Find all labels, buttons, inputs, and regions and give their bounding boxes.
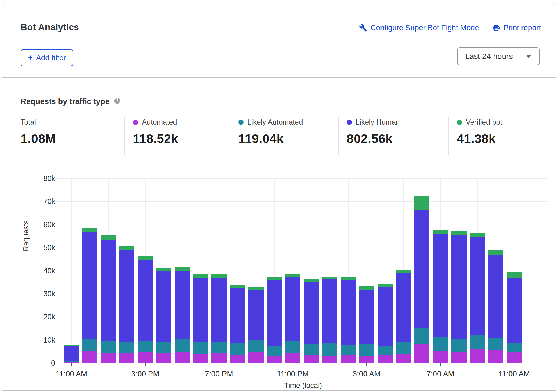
bar-segment-verified-bot [304, 279, 319, 282]
stat-likely-human: Likely Human802.56k [347, 118, 400, 146]
chart-bar-7-00-pm[interactable] [211, 274, 227, 363]
x-tick-mark [366, 363, 367, 366]
bar-segment-automated [82, 351, 97, 363]
legend-dot [133, 120, 138, 125]
chart-bar-11-00-pm[interactable] [285, 274, 300, 363]
bar-segment-verified-bot [359, 286, 374, 290]
bar-segment-verified-bot [230, 285, 245, 288]
print-link-label: Print report [504, 24, 541, 32]
chart-bar-11-00-am[interactable] [64, 345, 79, 363]
add-filter-button[interactable]: + Add filter [21, 49, 73, 66]
stat-value: 1.08M [21, 131, 56, 146]
x-tick-mark [514, 363, 514, 366]
y-tick-label: 10k [23, 336, 55, 344]
bar-segment-automated [433, 351, 448, 363]
print-report-link[interactable]: Print report [492, 24, 541, 32]
chart-bar-2-00-am[interactable] [341, 277, 356, 363]
bar-segment-likely-automated [507, 343, 522, 352]
chart-bar-12-00-am[interactable] [304, 279, 319, 363]
time-range-select[interactable]: Last 24 hours [457, 47, 540, 65]
bar-segment-likely-automated [451, 339, 467, 352]
configure-super-bot-fight-mode-link[interactable]: Configure Super Bot Fight Mode [359, 24, 479, 32]
chart-bar-6-00-am[interactable] [414, 196, 429, 363]
bar-segment-verified-bot [211, 274, 227, 278]
bar-segment-likely-automated [119, 342, 134, 353]
bar-segment-automated [175, 352, 190, 363]
bar-segment-automated [211, 353, 227, 363]
bar-segment-likely-human [138, 260, 153, 341]
bar-segment-verified-bot [507, 272, 522, 278]
gridline-vertical [533, 179, 533, 363]
bar-segment-likely-human [285, 277, 300, 341]
x-tick-label: 7:00 PM [189, 370, 249, 378]
bar-segment-likely-automated [414, 328, 429, 344]
chart-bar-1-00-pm[interactable] [101, 235, 116, 363]
stat-value: 118.52k [133, 131, 178, 146]
chart-bar-8-00-am[interactable] [451, 231, 467, 363]
stat-verified-bot: Verified bot41.38k [457, 118, 502, 146]
stat-likely-automated: Likely Automated119.04k [238, 118, 303, 146]
chart-bar-10-00-pm[interactable] [267, 277, 282, 363]
chart-bar-7-00-am[interactable] [433, 230, 448, 363]
bot-analytics-card: Bot Analytics Configure Super Bot Fight … [2, 2, 556, 392]
bar-segment-automated [248, 352, 264, 363]
bar-segment-likely-human [211, 278, 227, 342]
chart-bar-11-00-am[interactable] [507, 272, 522, 363]
bar-segment-likely-automated [193, 342, 208, 354]
legend-dot [238, 120, 244, 125]
stat-divider [338, 117, 339, 155]
stat-value: 802.56k [347, 131, 400, 146]
y-tick-label: 40k [23, 267, 55, 275]
page-title: Bot Analytics [21, 22, 79, 32]
bar-segment-automated [378, 355, 393, 363]
y-tick-label: 60k [23, 221, 55, 229]
x-tick-label: 7:00 AM [411, 370, 470, 378]
chart-bar-6-00-pm[interactable] [193, 274, 208, 363]
x-tick-mark [145, 363, 146, 366]
chart-bar-5-00-am[interactable] [396, 270, 411, 363]
chart-bar-9-00-am[interactable] [470, 233, 485, 363]
requests-stacked-bar-chart [59, 179, 547, 363]
wrench-icon [359, 24, 367, 32]
bar-segment-verified-bot [267, 277, 282, 280]
chart-bar-9-00-pm[interactable] [248, 287, 264, 363]
chart-bar-3-00-pm[interactable] [138, 256, 153, 363]
bar-segment-verified-bot [488, 250, 503, 255]
bar-segment-likely-human [451, 235, 467, 339]
stat-total: Total1.08M [21, 118, 56, 146]
bar-segment-likely-human [156, 271, 171, 342]
x-tick-mark [440, 363, 441, 366]
bottom-section-divider [2, 390, 556, 391]
bar-segment-verified-bot [285, 274, 300, 277]
chart-bar-12-00-pm[interactable] [82, 228, 97, 363]
bar-segment-likely-automated [322, 343, 337, 356]
chart-bar-4-00-pm[interactable] [156, 268, 171, 363]
chart-bar-3-00-am[interactable] [359, 286, 374, 363]
bar-segment-likely-human [488, 255, 503, 338]
gridline-vertical [71, 179, 72, 363]
bar-segment-automated [341, 355, 356, 363]
bar-segment-likely-human [230, 288, 245, 343]
stat-value: 41.38k [457, 131, 502, 146]
chart-bar-4-00-am[interactable] [378, 284, 393, 363]
chart-bar-2-00-pm[interactable] [119, 246, 134, 363]
x-tick-mark [293, 363, 293, 366]
bar-segment-automated [470, 349, 485, 363]
bar-segment-likely-human [248, 290, 264, 340]
bar-segment-automated [359, 356, 374, 363]
bar-segment-verified-bot [470, 233, 485, 237]
chart-bar-1-00-am[interactable] [322, 277, 337, 363]
bar-segment-likely-automated [396, 342, 411, 354]
chart-bar-8-00-pm[interactable] [230, 285, 245, 363]
chart-bar-5-00-pm[interactable] [175, 267, 190, 363]
legend-dot [347, 120, 352, 125]
bar-segment-automated [322, 356, 337, 363]
stat-value: 119.04k [238, 131, 303, 146]
bar-segment-verified-bot [175, 267, 190, 271]
chart-bar-10-00-am[interactable] [488, 250, 503, 363]
bar-segment-verified-bot [248, 287, 264, 290]
bar-segment-likely-automated [211, 342, 227, 353]
bar-segment-likely-automated [433, 337, 448, 351]
stat-label: Verified bot [466, 118, 502, 127]
header-actions: Configure Super Bot Fight Mode Print rep… [359, 24, 541, 32]
